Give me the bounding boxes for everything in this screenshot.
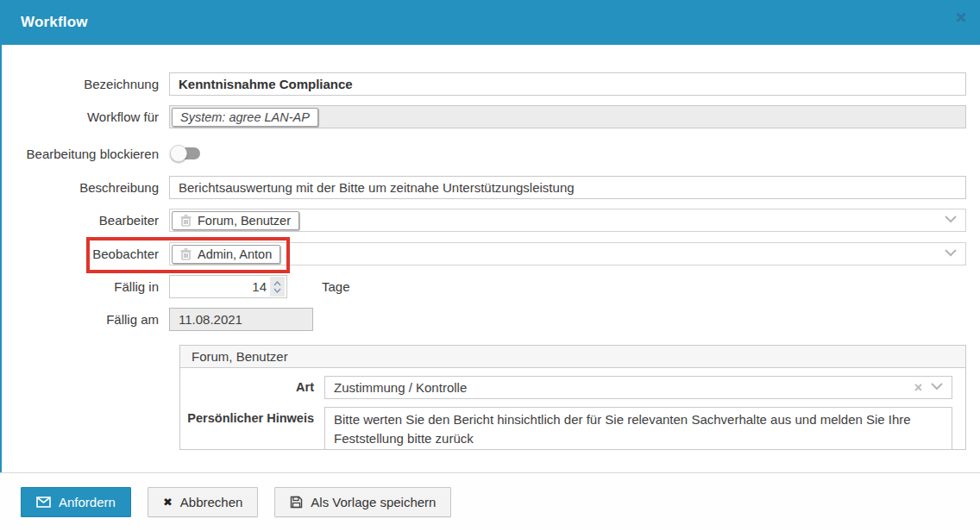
art-select-value: Zustimmung / Kontrolle — [334, 380, 467, 395]
dialog-footer: Anfordern ✖ Abbrechen Als Vorlage speich… — [0, 472, 980, 531]
bearbeiter-combobox[interactable]: Forum, Benutzer — [169, 209, 966, 232]
faellig-am-value: 11.08.2021 — [179, 312, 242, 327]
field-row-persoenlicher-hinweis: Persönlicher Hinweis Bitte werten Sie de… — [180, 407, 952, 453]
stepper-up-icon[interactable] — [273, 281, 281, 286]
field-row-bearbeitung-blockieren: Bearbeitung blockieren — [0, 145, 966, 162]
field-row-workflow-fuer: Workflow für System: agree LAN-AP — [0, 105, 966, 128]
beobachter-label: Beobachter — [0, 247, 169, 261]
field-row-beobachter: Beobachter — [0, 242, 966, 266]
envelope-icon — [36, 497, 51, 508]
participant-section: Forum, Benutzer Art Zustimmung / Kontrol… — [179, 345, 966, 450]
anfordern-button-label: Anfordern — [59, 495, 116, 509]
workflow-fuer-field: System: agree LAN-AP — [169, 105, 966, 128]
art-label: Art — [180, 376, 324, 399]
save-icon — [290, 496, 303, 509]
faellig-in-number-field — [169, 275, 287, 298]
dialog-header: Workflow × — [0, 0, 980, 45]
clear-icon[interactable]: × — [914, 380, 922, 396]
chevron-down-icon[interactable] — [945, 249, 957, 257]
workflow-fuer-label: Workflow für — [0, 109, 169, 124]
field-row-beschreibung: Beschreibung — [0, 176, 966, 199]
bezeichnung-label: Bezeichnung — [0, 77, 169, 91]
faellig-in-input[interactable] — [170, 279, 270, 294]
art-select[interactable]: Zustimmung / Kontrolle × — [324, 376, 952, 399]
field-row-bearbeiter: Bearbeiter — [0, 209, 966, 232]
workflow-target-chip-label: System: agree LAN-AP — [180, 110, 310, 124]
als-vorlage-speichern-button[interactable]: Als Vorlage speichern — [274, 487, 451, 517]
persoenlicher-hinweis-label: Persönlicher Hinweis — [180, 407, 324, 453]
bearbeiter-chip-label: Forum, Benutzer — [198, 214, 291, 228]
dialog-title: Workflow — [21, 14, 88, 31]
field-row-bezeichnung: Bezeichnung — [0, 72, 966, 96]
als-vorlage-speichern-button-label: Als Vorlage speichern — [311, 495, 436, 509]
number-stepper[interactable] — [270, 277, 285, 297]
beobachter-chip[interactable]: Admin, Anton — [172, 245, 280, 264]
trash-icon[interactable] — [180, 248, 192, 260]
workflow-target-chip[interactable]: System: agree LAN-AP — [172, 108, 318, 127]
close-icon[interactable]: × — [956, 9, 966, 26]
beschreibung-input[interactable] — [169, 176, 966, 199]
chevron-down-icon[interactable] — [945, 216, 957, 223]
bearbeiter-label: Bearbeiter — [0, 213, 169, 228]
bearbeitung-blockieren-toggle[interactable] — [173, 147, 200, 159]
anfordern-button[interactable]: Anfordern — [21, 487, 131, 517]
faellig-in-suffix: Tage — [322, 279, 350, 294]
bearbeiter-chip[interactable]: Forum, Benutzer — [172, 211, 299, 230]
abbrechen-button[interactable]: ✖ Abbrechen — [148, 487, 258, 517]
field-row-faellig-am: Fällig am 11.08.2021 — [0, 308, 966, 331]
persoenlicher-hinweis-textarea[interactable]: Bitte werten Sie den Bericht hinsichtlic… — [324, 407, 952, 450]
chevron-down-icon[interactable] — [931, 383, 943, 390]
field-row-art: Art Zustimmung / Kontrolle × — [180, 376, 952, 399]
faellig-am-label: Fällig am — [0, 312, 169, 327]
participant-section-header: Forum, Benutzer — [180, 346, 965, 368]
participant-section-title: Forum, Benutzer — [192, 349, 288, 364]
stepper-down-icon[interactable] — [273, 288, 281, 293]
beobachter-chip-label: Admin, Anton — [198, 247, 272, 261]
bezeichnung-input[interactable] — [169, 72, 966, 96]
dialog-body: Bezeichnung Workflow für System: agree L… — [0, 45, 980, 472]
toggle-knob — [170, 145, 187, 162]
abbrechen-button-label: Abbrechen — [180, 495, 243, 509]
trash-icon[interactable] — [180, 215, 192, 227]
cancel-x-icon: ✖ — [163, 496, 173, 509]
beobachter-combobox[interactable]: Admin, Anton — [169, 242, 966, 266]
field-row-faellig-in: Fällig in Tage — [0, 275, 966, 298]
bearbeitung-blockieren-label: Bearbeitung blockieren — [0, 147, 169, 161]
beschreibung-label: Beschreibung — [0, 180, 169, 195]
faellig-in-label: Fällig in — [0, 279, 169, 294]
workflow-dialog: Workflow × Bezeichnung Workflow für Syst… — [0, 0, 980, 531]
faellig-am-readonly-field: 11.08.2021 — [169, 308, 313, 331]
